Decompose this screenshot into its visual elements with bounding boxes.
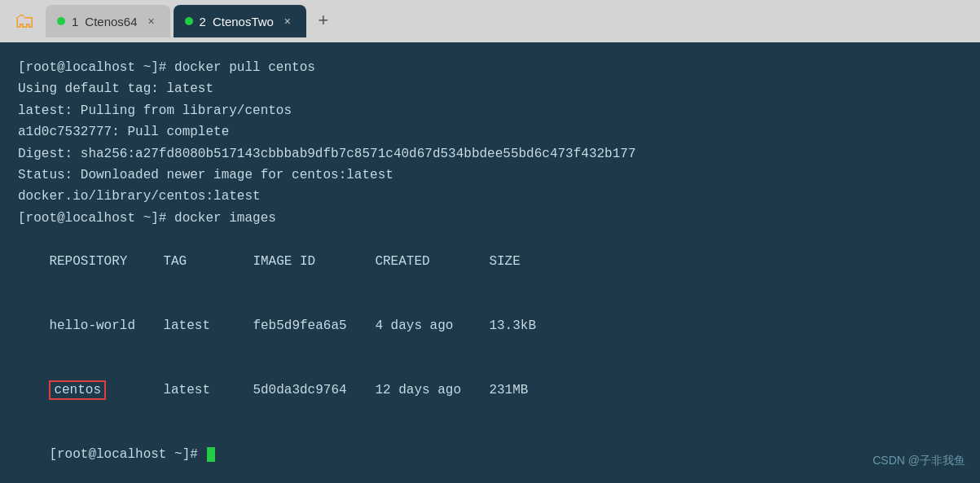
tab-dot-2 <box>185 17 193 25</box>
cell-tag-2: latest <box>163 380 253 401</box>
folder-icon-button[interactable]: 🗂 <box>7 3 42 39</box>
cell-repo-2: centos <box>49 380 163 401</box>
tab-ctenos64[interactable]: 1 Ctenos64 × <box>46 5 170 37</box>
cell-size-2: 231MB <box>489 380 528 401</box>
col-header-created: CREATED <box>375 251 489 272</box>
watermark: CSDN @子非我鱼 <box>872 451 965 470</box>
terminal-final-prompt: [root@localhost ~]# <box>18 423 962 483</box>
cell-id-2: 5d0da3dc9764 <box>253 380 375 401</box>
tab-label-2: CtenosTwo <box>213 15 274 29</box>
cell-tag-1: latest <box>163 315 253 336</box>
tab-ctenostwo[interactable]: 2 CtenosTwo × <box>174 5 306 37</box>
prompt-text: [root@localhost ~]# <box>49 447 205 462</box>
terminal-line-8: [root@localhost ~]# docker images <box>18 208 962 229</box>
folder-icon: 🗂 <box>14 8 35 34</box>
cell-size-1: 13.3kB <box>489 315 536 336</box>
col-header-repo: REPOSITORY <box>49 251 163 272</box>
terminal-line-3: latest: Pulling from library/centos <box>18 100 962 121</box>
terminal-line-4: a1d0c7532777: Pull complete <box>18 121 962 143</box>
tab-close-2[interactable]: × <box>280 14 295 29</box>
terminal-line-1: [root@localhost ~]# docker pull centos <box>18 57 962 78</box>
cell-created-1: 4 days ago <box>375 315 489 336</box>
tab-label-1: Ctenos64 <box>85 15 137 29</box>
table-header-row: REPOSITORYTAGIMAGE IDCREATEDSIZE <box>18 229 962 293</box>
cell-id-1: feb5d9fea6a5 <box>253 315 375 336</box>
tab-number-2: 2 <box>200 15 206 29</box>
col-header-id: IMAGE ID <box>253 251 375 272</box>
tab-number-1: 1 <box>72 15 78 29</box>
tab-bar: 🗂 1 Ctenos64 × 2 CtenosTwo × + <box>0 0 980 42</box>
tab-close-1[interactable]: × <box>144 14 159 29</box>
cell-created-2: 12 days ago <box>375 380 489 401</box>
table-row-hello-world: hello-worldlatestfeb5d9fea6a54 days ago1… <box>18 293 962 358</box>
col-header-size: SIZE <box>489 251 520 272</box>
tab-dot-1 <box>57 17 65 25</box>
terminal-line-7: docker.io/library/centos:latest <box>18 186 962 207</box>
terminal-line-6: Status: Downloaded newer image for cento… <box>18 165 962 186</box>
cursor-block <box>207 447 215 462</box>
table-row-centos: centos latest5d0da3dc976412 days ago231M… <box>18 358 962 422</box>
centos-highlight-box: centos <box>49 380 106 400</box>
cell-repo-1: hello-world <box>49 315 163 336</box>
col-header-tag: TAG <box>163 251 253 272</box>
terminal-area: [root@localhost ~]# docker pull centos U… <box>0 42 980 483</box>
terminal-line-5: Digest: sha256:a27fd8080b517143cbbbab9df… <box>18 143 962 165</box>
terminal-line-2: Using default tag: latest <box>18 78 962 99</box>
new-tab-button[interactable]: + <box>310 7 337 35</box>
